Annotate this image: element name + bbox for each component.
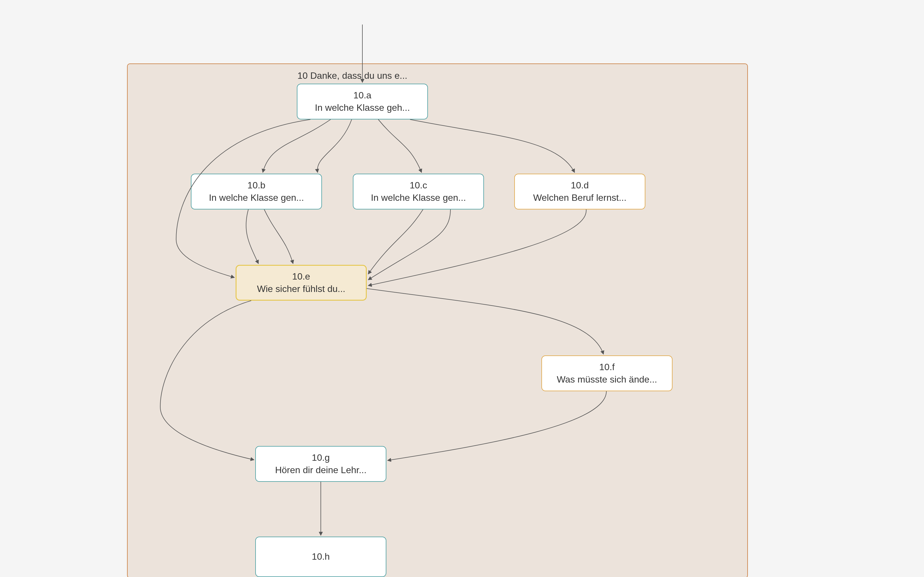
node-text: Welchen Beruf lernst... (533, 192, 626, 204)
node-10b[interactable]: 10.b In welche Klasse gen... (191, 174, 322, 210)
node-id: 10.h (312, 550, 330, 563)
node-id: 10.e (292, 270, 310, 283)
group-box-10 (127, 63, 748, 577)
node-10f[interactable]: 10.f Was müsste sich ände... (541, 355, 672, 391)
node-id: 10.a (354, 89, 372, 102)
node-text: Wie sicher fühlst du... (257, 283, 345, 295)
node-id: 10.g (312, 451, 330, 464)
node-10h[interactable]: 10.h (255, 537, 386, 577)
diagram-canvas: 10 Danke, dass du uns e... 10.a In welch… (0, 0, 924, 577)
node-text: Hören dir deine Lehr... (275, 464, 367, 476)
node-text: Was müsste sich ände... (557, 373, 657, 386)
node-10g[interactable]: 10.g Hören dir deine Lehr... (255, 446, 386, 482)
node-id: 10.c (410, 179, 427, 192)
node-10a[interactable]: 10.a In welche Klasse geh... (297, 84, 428, 119)
node-text: In welche Klasse gen... (209, 192, 304, 204)
node-id: 10.b (247, 179, 265, 192)
node-10d[interactable]: 10.d Welchen Beruf lernst... (514, 174, 645, 210)
node-id: 10.f (599, 361, 614, 373)
node-10c[interactable]: 10.c In welche Klasse gen... (353, 174, 484, 210)
node-text: In welche Klasse geh... (315, 102, 410, 114)
group-title: 10 Danke, dass du uns e... (297, 70, 407, 81)
node-text: In welche Klasse gen... (371, 192, 466, 204)
node-id: 10.d (571, 179, 589, 192)
node-10e[interactable]: 10.e Wie sicher fühlst du... (236, 265, 367, 301)
